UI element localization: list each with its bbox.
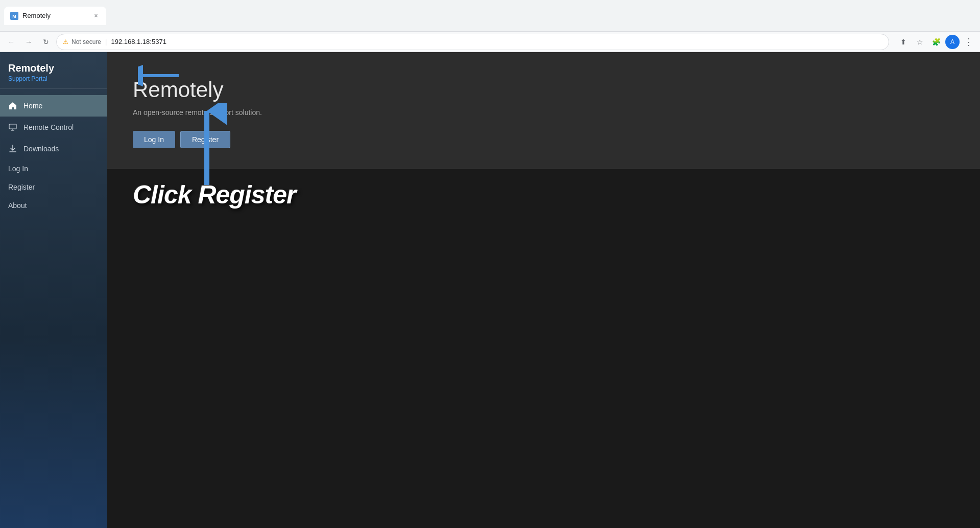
forward-icon: → xyxy=(25,38,32,46)
sidebar-item-register[interactable]: Register xyxy=(0,178,107,196)
sidebar-brand: Remotely Support Portal xyxy=(0,52,107,89)
tab-close-button[interactable]: × xyxy=(92,12,100,20)
reload-icon: ↻ xyxy=(43,38,49,46)
login-button[interactable]: Log In xyxy=(133,131,175,148)
svg-rect-4 xyxy=(9,124,16,129)
back-icon: ← xyxy=(8,38,15,46)
browser-tab[interactable]: M Remotely × xyxy=(4,7,106,25)
sidebar-brand-title: Remotely xyxy=(8,62,99,74)
browser-action-buttons: ⬆ ☆ 🧩 A ⋮ xyxy=(896,35,976,49)
sidebar-downloads-label: Downloads xyxy=(23,145,59,153)
reload-button[interactable]: ↻ xyxy=(39,35,53,49)
tab-title: Remotely xyxy=(22,12,51,19)
bookmark-icon: ☆ xyxy=(917,38,923,46)
sidebar-item-login[interactable]: Log In xyxy=(0,159,107,178)
profile-button[interactable]: A xyxy=(945,35,960,49)
menu-button[interactable]: ⋮ xyxy=(962,35,976,49)
forward-button[interactable]: → xyxy=(21,35,36,49)
sidebar-navigation: Home Remote Control xyxy=(0,93,107,217)
monitor-icon xyxy=(8,123,17,132)
sidebar-login-label: Log In xyxy=(8,165,28,173)
app-container: Remotely Support Portal Home xyxy=(0,52,980,528)
address-bar[interactable]: ⚠ Not secure | 192.168.1.18:5371 xyxy=(56,34,889,50)
register-button[interactable]: Register xyxy=(180,131,230,148)
profile-initial: A xyxy=(950,38,954,45)
hero-section: Remotely An open-source remote support s… xyxy=(107,52,980,169)
browser-tab-bar: M Remotely × xyxy=(0,0,980,32)
lower-section xyxy=(107,169,980,528)
sidebar-register-label: Register xyxy=(8,183,35,191)
sidebar: Remotely Support Portal Home xyxy=(0,52,107,528)
browser-toolbar: ← → ↻ ⚠ Not secure | 192.168.1.18:5371 ⬆… xyxy=(0,32,980,52)
hero-buttons: Log In Register xyxy=(133,131,954,148)
sidebar-item-home[interactable]: Home xyxy=(0,95,107,117)
sidebar-item-downloads[interactable]: Downloads xyxy=(0,138,107,159)
sidebar-home-label: Home xyxy=(23,102,42,110)
security-label: Not secure xyxy=(71,38,101,45)
security-warning-icon: ⚠ xyxy=(63,38,68,45)
sidebar-item-about[interactable]: About xyxy=(0,196,107,215)
home-icon xyxy=(8,101,17,110)
sidebar-remote-control-label: Remote Control xyxy=(23,123,74,131)
hero-title: Remotely xyxy=(133,78,954,102)
tab-favicon: M xyxy=(10,12,18,20)
hero-subtitle: An open-source remote support solution. xyxy=(133,108,954,117)
bookmark-button[interactable]: ☆ xyxy=(913,35,927,49)
back-button[interactable]: ← xyxy=(4,35,18,49)
sidebar-item-remote-control[interactable]: Remote Control xyxy=(0,117,107,138)
main-content: Remotely An open-source remote support s… xyxy=(107,52,980,528)
extensions-button[interactable]: 🧩 xyxy=(929,35,943,49)
sidebar-about-label: About xyxy=(8,201,27,210)
share-icon: ⬆ xyxy=(900,38,906,46)
menu-icon: ⋮ xyxy=(964,36,973,48)
sidebar-brand-subtitle: Support Portal xyxy=(8,75,99,82)
puzzle-icon: 🧩 xyxy=(932,38,941,46)
url-text: 192.168.1.18:5371 xyxy=(111,38,166,45)
svg-text:M: M xyxy=(12,13,16,18)
download-icon xyxy=(8,144,17,153)
share-button[interactable]: ⬆ xyxy=(896,35,911,49)
